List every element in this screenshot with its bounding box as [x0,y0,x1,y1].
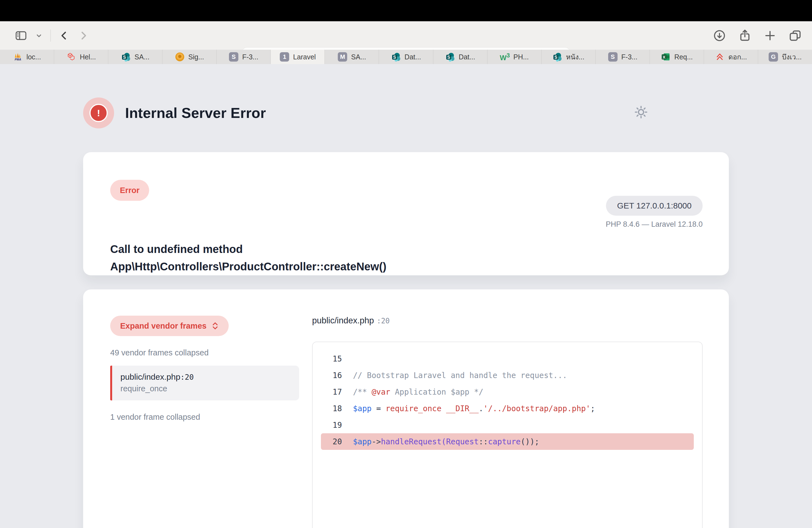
toolbar-divider [50,30,51,42]
line-number: 20 [321,437,342,446]
browser-window: 127.0.0.1 A a [0,0,812,528]
request-badge: GET 127.0.0.1:8000 [606,196,702,216]
version-info: PHP 8.4.6 — Laravel 12.18.0 [606,220,702,229]
line-number: 15 [321,354,342,363]
browser-tab[interactable]: SDat... [433,50,487,64]
line-number: 18 [321,404,342,413]
red-chevrons-icon [715,52,725,62]
sidebar-dropdown-button[interactable] [35,31,43,40]
browser-tab[interactable]: SF-3... [216,50,271,64]
exclamation-icon: ! [89,104,108,122]
line-number: 17 [321,387,342,397]
tab-label: Dat... [459,53,475,61]
sidebar-icon [14,29,28,42]
excel-icon: X [661,52,671,62]
code-line: 16// Bootstrap Laravel and handle the re… [321,367,694,384]
tab-label: ดอก... [728,52,747,62]
error-type-badge: Error [110,180,149,201]
plus-icon [764,29,777,42]
code-text: $app = require_once __DIR__.'/../bootstr… [353,404,595,413]
forward-chevron-icon [77,30,89,42]
browser-tab[interactable]: SSA... [108,50,162,64]
page-header: ! Internal Server Error [83,64,729,128]
frame-line-number: :20 [180,373,194,381]
browser-tab[interactable]: Hel... [54,50,108,64]
tab-label: Sig... [188,53,204,61]
orange-seal-icon [175,52,185,62]
browser-tab[interactable]: Gบึงเว... [758,50,812,64]
tab-strip: PMAloc...Hel...SSA...Sig...SF-3...1Larav… [0,50,812,64]
exception-message: Call to undefined method App\Http\Contro… [110,240,478,275]
tab-label: PH... [513,53,529,61]
browser-tab[interactable]: MSA... [324,50,379,64]
share-icon [738,29,752,43]
letter-M-icon: M [337,52,347,62]
sharepoint-icon: S [445,52,455,62]
code-line: 15 [321,350,694,367]
laravel-icon [66,52,76,62]
tab-label: SA... [134,53,149,61]
letter-1-icon: 1 [279,52,289,62]
collapsed-frames-note: 49 vendor frames collapsed [110,348,299,357]
stack-frame-item[interactable]: public/index.php:20 require_once [110,366,299,400]
back-button[interactable] [58,30,70,42]
line-number: 19 [321,421,342,430]
forward-button[interactable] [77,30,89,42]
browser-tab[interactable]: PMAloc... [0,50,54,64]
frame-function-name: require_once [120,384,291,393]
theme-toggle-button[interactable] [633,104,649,120]
code-line: 18$app = require_once __DIR__.'/../boots… [321,400,694,417]
letter-S-icon: S [229,52,238,62]
browser-tab[interactable]: ดอก... [704,50,758,64]
exception-summary-card: Error GET 127.0.0.1:8000 PHP 8.4.6 — Lar… [83,152,729,275]
line-number: 16 [321,371,342,380]
tabs-overview-icon [788,29,802,43]
code-text: // Bootstrap Laravel and handle the requ… [353,371,567,380]
browser-tab[interactable]: W3PH... [487,50,541,64]
macos-menubar [0,0,812,21]
page-content: ! Internal Server Error Error [0,64,812,528]
browser-tab[interactable]: XReq... [650,50,704,64]
tab-label: Dat... [405,53,421,61]
sharepoint-icon: S [121,52,131,62]
browser-tab-active[interactable]: 1Laravel [271,50,324,64]
sidebar-toggle-button[interactable] [14,29,28,42]
sharepoint-icon: S [391,52,401,62]
tab-label: หนัง... [566,52,584,62]
code-column: public/index.php:20 1516// Bootstrap Lar… [312,316,702,528]
letter-G-icon: G [768,52,778,62]
error-status-icon: ! [83,98,114,128]
frame-file-name: public/index.php [120,372,180,381]
code-file-name: public/index.php [312,316,374,325]
code-text: /** @var Application $app */ [353,387,483,397]
code-line-highlighted: 20$app->handleRequest(Request::capture()… [321,433,694,450]
tab-label: Req... [674,53,693,61]
sharepoint-icon: S [552,52,562,62]
new-tab-button[interactable] [764,29,777,42]
downloads-button[interactable] [713,29,726,43]
tab-label: SA... [351,53,366,61]
collapsed-frames-note-below: 1 vendor frame collapsed [110,413,299,422]
svg-text:S: S [123,55,126,60]
browser-tab[interactable]: Sหนัง... [541,50,595,64]
code-line-ref: :20 [377,317,390,325]
tab-label: loc... [27,53,41,61]
tab-label: F-3... [621,53,637,61]
page-title: Internal Server Error [125,105,266,121]
svg-text:S: S [393,55,396,60]
expand-vendor-frames-button[interactable]: Expand vendor frames [110,316,229,336]
tab-label: Laravel [293,53,316,61]
share-button[interactable] [738,29,752,43]
chevron-down-icon [35,31,43,40]
code-line: 17/** @var Application $app */ [321,384,694,400]
browser-tab[interactable]: SDat... [379,50,433,64]
sun-icon [633,104,649,120]
browser-tab[interactable]: SF-3... [595,50,650,64]
trace-column: Expand vendor frames 49 vendor frames co… [110,316,299,422]
browser-tab[interactable]: Sig... [162,50,216,64]
tab-label: บึงเว... [782,52,802,62]
svg-text:S: S [447,55,450,60]
browser-toolbar: 127.0.0.1 A a [0,21,812,50]
tab-overview-button[interactable] [788,29,802,43]
code-text: $app->handleRequest(Request::capture()); [353,437,539,446]
